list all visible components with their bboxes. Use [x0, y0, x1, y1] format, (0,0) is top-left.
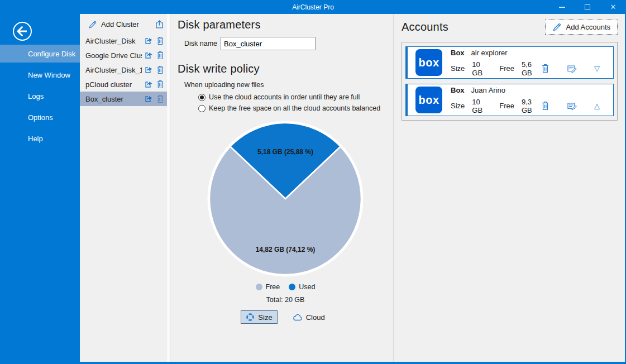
sidebar-item-label: Configure Disk	[28, 50, 75, 58]
sidebar-nav: Configure Disk New Window Logs Options H…	[0, 45, 80, 151]
disk-parameters-panel: Disk parameters Disk name Disk write pol…	[170, 14, 394, 362]
window-title: AirCluster Pro	[292, 3, 334, 11]
add-accounts-label: Add Accounts	[566, 23, 611, 31]
radio-selected-icon[interactable]	[198, 94, 206, 101]
box-logo: box	[415, 87, 442, 113]
accounts-panel: Accounts Add Accounts box Box air explor…	[394, 14, 626, 362]
accounts-title: Accounts	[402, 21, 448, 33]
disk-name-label: Disk name	[184, 40, 217, 47]
size-ring-icon	[246, 313, 255, 322]
trash-icon[interactable]	[156, 36, 164, 45]
trash-icon[interactable]	[156, 65, 164, 74]
back-arrow-icon	[12, 21, 33, 42]
trash-icon[interactable]	[156, 94, 164, 103]
trash-icon[interactable]	[541, 64, 549, 73]
cluster-row-pcloud[interactable]: pCloud cluster	[80, 77, 170, 92]
export-icon[interactable]	[145, 66, 154, 74]
size-value: 10 GB	[472, 60, 490, 77]
sidebar-item-new-window[interactable]: New Window	[0, 66, 80, 84]
add-cluster-button[interactable]	[88, 20, 97, 29]
disk-write-policy-title: Disk write policy	[178, 63, 393, 75]
add-accounts-button[interactable]: Add Accounts	[545, 20, 618, 35]
disk-usage-pie-chart: 5,18 GB (25,88 %)14,82 GB (74,12 %)	[207, 120, 364, 280]
add-cluster-label[interactable]: Add Cluster	[101, 20, 139, 28]
policy-radio-in-order[interactable]: Use the cloud accounts in order until th…	[195, 93, 393, 101]
cluster-name: AirCluster_Disk	[85, 37, 142, 45]
sidebar-item-label: New Window	[28, 71, 70, 79]
export-icon[interactable]	[145, 51, 154, 59]
account-provider: Box	[451, 49, 465, 57]
back-button[interactable]	[12, 21, 33, 42]
radio-unselected-icon[interactable]	[198, 105, 206, 112]
free-label: Free	[499, 64, 514, 73]
minimize-icon	[559, 7, 565, 8]
account-provider: Box	[451, 86, 465, 94]
edit-account-icon[interactable]	[567, 64, 577, 73]
cluster-row-aircluster-disk-1[interactable]: AirCluster_Disk_1	[80, 63, 170, 77]
trash-icon[interactable]	[541, 101, 549, 111]
edit-account-icon[interactable]	[567, 102, 577, 111]
free-label: Free	[499, 102, 514, 110]
sidebar-item-logs[interactable]: Logs	[0, 87, 80, 105]
disk-name-input[interactable]	[221, 37, 316, 50]
pie-slice-label: 5,18 GB (25,88 %)	[257, 148, 313, 156]
legend-item-used: Used	[289, 283, 315, 291]
export-icon[interactable]	[145, 37, 154, 45]
view-by-cloud-button[interactable]: Cloud	[288, 311, 330, 324]
cluster-row-google-drive[interactable]: Google Drive Clust	[80, 48, 170, 63]
cluster-row-box-cluster[interactable]: Box_cluster	[80, 92, 170, 106]
size-label: Size	[451, 102, 465, 110]
account-card-air-explorer[interactable]: box Box air explorer Size 10 GB Free 5,6…	[405, 46, 614, 79]
policy-radio-label: Keep the free space on all the cloud acc…	[209, 104, 380, 112]
sidebar-item-configure-disk[interactable]: Configure Disk	[0, 45, 80, 63]
export-icon[interactable]	[145, 80, 154, 88]
box-logo: box	[415, 49, 442, 76]
cluster-name: AirCluster_Disk_1	[85, 66, 142, 74]
account-card-juan-arino[interactable]: box Box Juan Arino Size 10 GB Free 9,3 G…	[405, 84, 614, 116]
free-value: 9,3 GB	[522, 98, 541, 114]
export-cluster-button[interactable]	[155, 20, 164, 29]
view-by-size-button[interactable]: Size	[241, 310, 277, 324]
chevron-down-icon[interactable]: ▽	[594, 65, 600, 72]
view-button-label: Size	[258, 313, 272, 322]
cloud-icon	[293, 313, 303, 322]
cluster-name: pCloud cluster	[85, 80, 142, 89]
sidebar: Configure Disk New Window Logs Options H…	[0, 14, 80, 362]
legend-label: Used	[299, 283, 315, 291]
cluster-name: Google Drive Clust	[85, 51, 142, 60]
total-size-label: Total: 20 GB	[178, 296, 393, 304]
sidebar-item-label: Help	[28, 135, 43, 143]
maximize-button[interactable]	[575, 0, 600, 14]
account-name: air explorer	[471, 49, 508, 57]
legend-dot-free	[256, 284, 262, 290]
minimize-button[interactable]	[549, 0, 575, 14]
app-window: AirCluster Pro ✕ Configure Disk New	[0, 0, 626, 364]
pencil-icon	[552, 22, 562, 32]
title-bar: AirCluster Pro ✕	[0, 0, 626, 14]
cluster-list: AirCluster_Disk Google Drive Clust AirCl…	[80, 33, 170, 106]
chevron-up-icon[interactable]: △	[594, 102, 600, 109]
legend-dot-used	[289, 284, 295, 290]
sidebar-item-help[interactable]: Help	[0, 130, 80, 147]
cluster-name: Box_cluster	[85, 95, 142, 103]
disk-parameters-title: Disk parameters	[178, 18, 393, 31]
legend-item-free: Free	[256, 283, 280, 291]
trash-icon[interactable]	[156, 51, 164, 60]
export-icon[interactable]	[145, 95, 154, 103]
upload-policy-label: When uploading new files	[184, 81, 393, 89]
window-bottom-border	[0, 362, 626, 364]
cluster-row-aircluster-disk[interactable]: AirCluster_Disk	[80, 33, 170, 48]
policy-radio-balanced[interactable]: Keep the free space on all the cloud acc…	[195, 104, 393, 112]
sidebar-item-label: Options	[28, 113, 53, 122]
policy-radio-label: Use the cloud accounts in order until th…	[209, 93, 360, 101]
pie-legend: Free Used	[178, 283, 393, 291]
sidebar-item-label: Logs	[28, 92, 44, 100]
close-icon: ✕	[610, 3, 617, 11]
free-value: 5,6 GB	[522, 60, 541, 77]
maximize-icon	[585, 4, 590, 10]
cluster-list-panel: Add Cluster AirCluster_Disk Google Drive…	[80, 14, 170, 362]
close-button[interactable]: ✕	[600, 0, 626, 14]
account-name: Juan Arino	[471, 86, 505, 94]
sidebar-item-options[interactable]: Options	[0, 108, 80, 126]
trash-icon[interactable]	[156, 80, 164, 89]
